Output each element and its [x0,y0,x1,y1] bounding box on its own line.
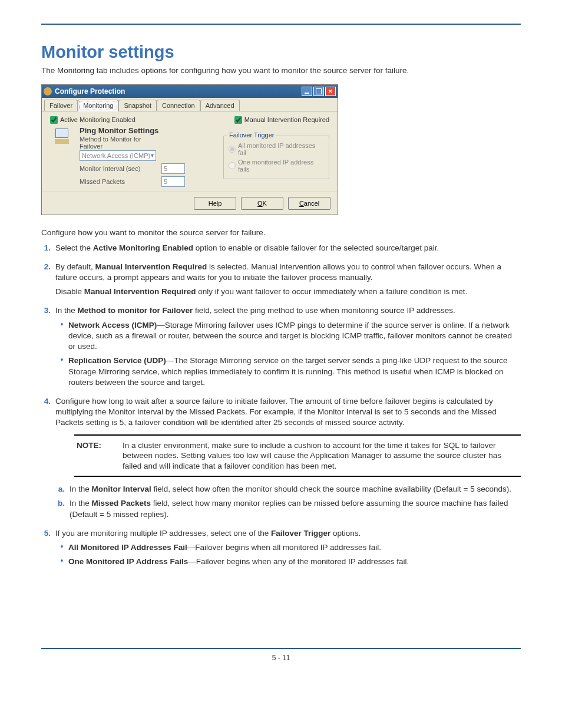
close-button[interactable] [325,87,336,96]
step-number: 4. [41,396,55,523]
missed-label: Missed Packets [80,178,159,185]
minimize-button[interactable] [302,87,312,96]
bullet-icon: • [55,320,68,353]
step-2a: By default, Manual Intervention Required… [55,262,521,283]
window-title: Configure Protection [55,87,302,95]
radio-all-fail[interactable] [229,146,236,153]
bullet-udp: Replication Service (UDP)—The Storage Mi… [68,355,521,388]
tab-monitoring[interactable]: Monitoring [78,100,118,111]
note-label: NOTE: [77,440,112,472]
method-dropdown[interactable]: Network Access (ICMP) [80,150,156,161]
lead-text: Configure how you want to monitor the so… [41,228,521,237]
substep-letter: b. [55,498,70,519]
page-footer: 5 - 11 [41,648,521,662]
configure-protection-dialog: Configure Protection Failover Monitoring… [41,84,338,215]
step-5: If you are monitoring multiple IP addres… [55,528,521,539]
manual-intervention-checkbox[interactable] [234,116,242,124]
step-3: In the Method to monitor for Failover fi… [55,305,521,316]
radio-one-label: One monitored IP address fails [238,159,324,173]
interval-label: Monitor Interval (sec) [80,165,159,172]
maximize-button[interactable] [313,87,324,96]
tab-advanced[interactable]: Advanced [200,100,240,111]
step-number: 3. [41,305,55,391]
ok-button[interactable]: OK [241,197,283,210]
active-monitoring-checkbox[interactable] [50,116,58,124]
tab-strip: Failover Monitoring Snapshot Connection … [42,98,338,111]
substep-a: In the Monitor Interval field, select ho… [70,484,521,495]
bullet-icon: • [55,556,68,567]
bullet-icmp: Network Access (ICMP)—Storage Mirroring … [68,320,521,353]
radio-one-fail[interactable] [229,162,236,169]
monitor-icon [55,129,68,138]
step-1: Select the Active Monitoring Enabled opt… [55,243,521,253]
step-number: 1. [41,243,55,257]
failover-trigger-group: Failover Trigger All monitored IP addres… [223,136,329,179]
bullet-icon: • [55,542,68,553]
page-title: Monitor settings [41,42,521,62]
radio-all-label: All monitored IP addresses fail [238,142,324,156]
substep-letter: a. [55,484,70,495]
interval-input[interactable]: 5 [161,163,185,174]
note-box: NOTE: In a cluster environment, make sur… [74,434,521,477]
substep-b: In the Missed Packets field, select how … [70,498,521,519]
note-body: In a cluster environment, make sure to i… [123,440,518,472]
method-label: Method to Monitor for Failover [80,136,159,150]
bullet-one-fail: One Monitored IP Address Fails—Failover … [68,556,521,567]
step-4: Configure how long to wait after a sourc… [55,396,521,429]
cancel-button[interactable]: Cancel [288,197,330,210]
intro-text: The Monitoring tab includes options for … [41,65,521,76]
tab-connection[interactable]: Connection [157,100,200,111]
bullet-all-fail: All Monitored IP Addresses Fail—Failover… [68,542,521,553]
titlebar: Configure Protection [42,85,338,98]
step-number: 2. [41,262,55,301]
missed-input[interactable]: 5 [161,176,185,187]
step-number: 5. [41,528,55,571]
bullet-icon: • [55,355,68,388]
manual-intervention-label: Manual Intervention Required [244,116,329,123]
tab-failover[interactable]: Failover [44,100,78,111]
tab-snapshot[interactable]: Snapshot [118,100,156,111]
app-icon [44,87,52,95]
network-icon [55,139,69,144]
trigger-legend: Failover Trigger [227,131,276,139]
help-button[interactable]: Help [194,197,236,210]
ping-settings-heading: Ping Monitor Settings [80,126,217,135]
step-2b: Disable Manual Intervention Required onl… [55,286,521,297]
active-monitoring-label: Active Monitoring Enabled [60,116,135,123]
